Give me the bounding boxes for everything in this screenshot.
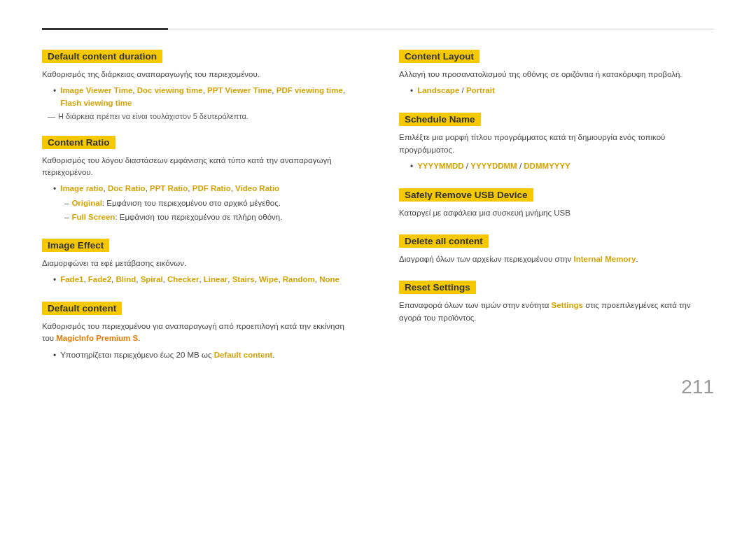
highlight: Random bbox=[283, 275, 315, 283]
section-desc-delete-all-content: Διαγραφή όλων των αρχείων περιεχομένου σ… bbox=[399, 253, 714, 265]
top-line-decoration bbox=[42, 28, 714, 30]
bullet-list-default-content: • Υποστηρίζεται περιεχόμενο έως 20 MB ως… bbox=[53, 349, 357, 362]
highlight: Checker bbox=[167, 275, 199, 283]
bullet-item: • YYYYMMDD / YYYYDDMM / DDMMYYYY bbox=[410, 160, 714, 173]
sub-bullet-text: Original: Εμφάνιση του περιεχομένου στο … bbox=[71, 197, 281, 209]
section-desc-safely-remove-usb: Καταργεί με ασφάλεια μια συσκευή μνήμης … bbox=[399, 207, 714, 219]
section-title-schedule-name: Schedule Name bbox=[399, 113, 481, 126]
highlight: Linear bbox=[204, 275, 228, 283]
highlight: Wipe bbox=[259, 275, 278, 283]
sub-bullet-list: – Original: Εμφάνιση του περιεχομένου στ… bbox=[64, 197, 357, 223]
bullet-text: Υποστηρίζεται περιεχόμενο έως 20 MB ως D… bbox=[60, 349, 274, 361]
section-title-content-ratio: Content Ratio bbox=[42, 136, 115, 149]
highlight: Doc viewing time bbox=[137, 86, 203, 94]
section-default-content: Default content Καθορισμός του περιεχομέ… bbox=[42, 302, 357, 362]
bullet-list-default-content-duration: • Image Viewer Time, Doc viewing time, P… bbox=[53, 85, 357, 109]
bullet-item: • Υποστηρίζεται περιεχόμενο έως 20 MB ως… bbox=[53, 349, 357, 362]
top-line-dark bbox=[42, 28, 168, 30]
section-desc-reset-settings: Επαναφορά όλων των τιμών στην ενότητα Se… bbox=[399, 300, 714, 324]
highlight: None bbox=[319, 275, 340, 283]
highlight: Fade2 bbox=[88, 275, 111, 283]
highlight: Landscape bbox=[417, 86, 459, 94]
highlight: Image ratio bbox=[60, 184, 103, 192]
highlight: Portrait bbox=[466, 86, 495, 94]
main-columns: Default content duration Καθορισμός της … bbox=[42, 50, 714, 377]
section-desc-content-ratio: Καθορισμός του λόγου διαστάσεων εμφάνιση… bbox=[42, 155, 357, 179]
sub-bullet-item: – Full Screen: Εμφάνιση του περιεχομένου… bbox=[64, 211, 357, 223]
bullet-dot: • bbox=[410, 160, 413, 173]
section-desc-schedule-name: Επιλέξτε μια μορφή τίτλου προγράμματος κ… bbox=[399, 132, 714, 156]
highlight: Stairs bbox=[232, 275, 255, 283]
sub-bullet-item: – Original: Εμφάνιση του περιεχομένου στ… bbox=[64, 197, 357, 209]
section-content-ratio: Content Ratio Καθορισμός του λόγου διαστ… bbox=[42, 136, 357, 223]
bullet-list-content-ratio: • Image ratio, Doc Ratio, PPT Ratio, PDF… bbox=[53, 183, 357, 223]
section-desc-content-layout: Αλλαγή του προσανατολισμού της οθόνης σε… bbox=[399, 69, 714, 80]
section-content-layout: Content Layout Αλλαγή του προσανατολισμο… bbox=[399, 50, 714, 97]
page: Default content duration Καθορισμός της … bbox=[0, 0, 756, 419]
highlight: PDF viewing time bbox=[276, 86, 343, 94]
highlight: YYYYDDMM bbox=[470, 162, 517, 170]
highlight-settings: Settings bbox=[552, 301, 583, 309]
section-safely-remove-usb: Safely Remove USB Device Καταργεί με ασφ… bbox=[399, 188, 714, 219]
bullet-dot: • bbox=[53, 349, 56, 362]
bullet-item: • Image ratio, Doc Ratio, PPT Ratio, PDF… bbox=[53, 183, 357, 195]
bullet-text: Image ratio, Doc Ratio, PPT Ratio, PDF R… bbox=[60, 183, 279, 195]
section-schedule-name: Schedule Name Επιλέξτε μια μορφή τίτλου … bbox=[399, 113, 714, 173]
section-title-reset-settings: Reset Settings bbox=[399, 281, 476, 294]
section-desc-image-effect: Διαμορφώνει τα εφέ μετάβασης εικόνων. bbox=[42, 258, 357, 269]
highlight: PPT Viewer Time bbox=[207, 86, 272, 94]
highlight: Image Viewer Time bbox=[60, 86, 132, 94]
sub-bullet-dash: – bbox=[64, 197, 69, 209]
highlight: DDMMYYYY bbox=[524, 162, 570, 170]
section-image-effect: Image Effect Διαμορφώνει τα εφέ μετάβαση… bbox=[42, 239, 357, 286]
bullet-list-content-layout: • Landscape / Portrait bbox=[410, 85, 714, 97]
highlight: Video Ratio bbox=[235, 184, 279, 192]
bullet-item: • Landscape / Portrait bbox=[410, 85, 714, 97]
sub-bullet-text: Full Screen: Εμφάνιση του περιεχομένου σ… bbox=[71, 211, 282, 223]
highlight: PPT Ratio bbox=[150, 184, 188, 192]
page-number: 211 bbox=[681, 376, 714, 398]
bullet-text: YYYYMMDD / YYYYDDMM / DDMMYYYY bbox=[417, 160, 570, 172]
bullet-item: • Fade1, Fade2, Blind, Spiral, Checker, … bbox=[53, 274, 357, 286]
highlight: PDF Ratio bbox=[192, 184, 231, 192]
section-note: Η διάρκεια πρέπει να είναι τουλάχιστον 5… bbox=[48, 112, 357, 120]
bullet-text: Landscape / Portrait bbox=[417, 85, 495, 97]
bullet-dot: • bbox=[53, 183, 56, 195]
section-title-safely-remove-usb: Safely Remove USB Device bbox=[399, 188, 533, 202]
highlight: Blind bbox=[115, 275, 136, 283]
highlight: Flash viewing time bbox=[60, 99, 132, 107]
highlight: YYYYMMDD bbox=[417, 162, 463, 170]
sub-bullet-dash: – bbox=[64, 211, 69, 223]
section-reset-settings: Reset Settings Επαναφορά όλων των τιμών … bbox=[399, 281, 714, 324]
bullet-dot: • bbox=[53, 85, 56, 97]
section-title-content-layout: Content Layout bbox=[399, 50, 479, 63]
highlight: Default content bbox=[214, 351, 273, 359]
section-default-content-duration: Default content duration Καθορισμός της … bbox=[42, 50, 357, 120]
highlight: Original bbox=[71, 199, 102, 207]
highlight: Spiral bbox=[141, 275, 163, 283]
section-title-default-content-duration: Default content duration bbox=[42, 50, 162, 63]
highlight-internal-memory: Internal Memory bbox=[573, 255, 636, 263]
bullet-list-schedule-name: • YYYYMMDD / YYYYDDMM / DDMMYYYY bbox=[410, 160, 714, 173]
top-line-light bbox=[168, 29, 714, 29]
section-delete-all-content: Delete all content Διαγραφή όλων των αρχ… bbox=[399, 234, 714, 265]
section-desc-default-content: Καθορισμός του περιεχομένου για αναπαραγ… bbox=[42, 321, 357, 345]
right-column: Content Layout Αλλαγή του προσανατολισμο… bbox=[399, 50, 714, 377]
highlight: Fade1 bbox=[60, 275, 83, 283]
section-desc-default-content-duration: Καθορισμός της διάρκειας αναπαραγωγής το… bbox=[42, 69, 357, 80]
bullet-dot: • bbox=[53, 274, 56, 286]
section-title-default-content: Default content bbox=[42, 302, 122, 315]
highlight-magicinfo: MagicInfo Premium S bbox=[56, 334, 138, 342]
section-title-image-effect: Image Effect bbox=[42, 239, 109, 252]
highlight: Full Screen bbox=[71, 213, 115, 221]
section-title-delete-all-content: Delete all content bbox=[399, 234, 489, 248]
bullet-text: Fade1, Fade2, Blind, Spiral, Checker, Li… bbox=[60, 274, 340, 286]
left-column: Default content duration Καθορισμός της … bbox=[42, 50, 357, 377]
bullet-dot: • bbox=[410, 85, 413, 97]
bullet-text: Image Viewer Time, Doc viewing time, PPT… bbox=[60, 85, 357, 109]
bullet-item: • Image Viewer Time, Doc viewing time, P… bbox=[53, 85, 357, 109]
bullet-list-image-effect: • Fade1, Fade2, Blind, Spiral, Checker, … bbox=[53, 274, 357, 286]
highlight: Doc Ratio bbox=[108, 184, 146, 192]
